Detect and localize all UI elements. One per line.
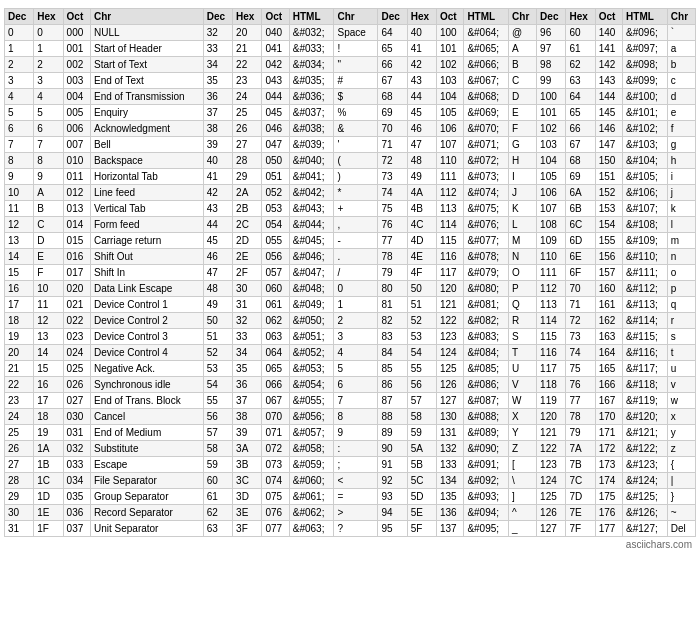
cell-s2-4: 45: [203, 233, 232, 249]
cell-s3-9: 73: [378, 169, 407, 185]
cell-s3-12: &#088;: [464, 409, 509, 425]
cell-s1-2: 007: [63, 137, 90, 153]
cell-s1-2: 001: [63, 41, 90, 57]
cell-s2-7: &#059;: [289, 457, 334, 473]
col-dec-3: Dec: [378, 9, 407, 25]
cell-s3-10: 5D: [407, 489, 436, 505]
cell-s4-16: 154: [595, 217, 622, 233]
col-chr-4: Chr: [667, 9, 695, 25]
cell-s1-1: 7: [34, 137, 63, 153]
cell-s4-18: a: [667, 41, 695, 57]
cell-s1-0: 24: [5, 409, 34, 425]
cell-s4-15: 79: [566, 425, 595, 441]
cell-s1-3: NULL: [90, 25, 203, 41]
cell-s4-15: 77: [566, 393, 595, 409]
cell-s3-13: S: [509, 329, 537, 345]
cell-s3-10: 51: [407, 297, 436, 313]
cell-s2-5: 22: [233, 57, 262, 73]
cell-s4-14: 109: [537, 233, 566, 249]
cell-s4-18: o: [667, 265, 695, 281]
cell-s2-7: &#048;: [289, 281, 334, 297]
cell-s2-4: 40: [203, 153, 232, 169]
cell-s4-18: l: [667, 217, 695, 233]
cell-s3-12: &#075;: [464, 201, 509, 217]
cell-s2-7: &#053;: [289, 361, 334, 377]
cell-s3-9: 80: [378, 281, 407, 297]
cell-s4-18: m: [667, 233, 695, 249]
cell-s1-3: Substitute: [90, 441, 203, 457]
cell-s2-6: 054: [262, 217, 289, 233]
cell-s2-6: 066: [262, 377, 289, 393]
cell-s1-2: 010: [63, 153, 90, 169]
cell-s3-10: 44: [407, 89, 436, 105]
cell-s2-7: &#052;: [289, 345, 334, 361]
cell-s4-18: i: [667, 169, 695, 185]
cell-s1-3: Enquiry: [90, 105, 203, 121]
cell-s2-8: $: [334, 89, 378, 105]
cell-s2-4: 61: [203, 489, 232, 505]
cell-s1-3: Shift In: [90, 265, 203, 281]
cell-s4-17: &#105;: [623, 169, 668, 185]
cell-s3-13: @: [509, 25, 537, 41]
cell-s4-14: 98: [537, 57, 566, 73]
cell-s4-18: x: [667, 409, 695, 425]
cell-s2-4: 48: [203, 281, 232, 297]
cell-s4-16: 165: [595, 361, 622, 377]
cell-s4-17: &#121;: [623, 425, 668, 441]
cell-s4-17: &#103;: [623, 137, 668, 153]
cell-s1-0: 6: [5, 121, 34, 137]
cell-s1-2: 016: [63, 249, 90, 265]
cell-s4-15: 64: [566, 89, 595, 105]
cell-s1-3: Record Separator: [90, 505, 203, 521]
cell-s2-7: &#060;: [289, 473, 334, 489]
cell-s3-10: 42: [407, 57, 436, 73]
col-html-4: HTML: [623, 9, 668, 25]
cell-s3-12: &#082;: [464, 313, 509, 329]
cell-s1-0: 18: [5, 313, 34, 329]
cell-s2-5: 3B: [233, 457, 262, 473]
cell-s2-8: :: [334, 441, 378, 457]
cell-s2-8: (: [334, 153, 378, 169]
cell-s4-14: 122: [537, 441, 566, 457]
cell-s4-14: 112: [537, 281, 566, 297]
cell-s2-8: +: [334, 201, 378, 217]
ascii-table: Dec Hex Oct Chr Dec Hex Oct HTML Chr Dec…: [4, 8, 696, 537]
table-row: 11B013Vertical Tab432B053&#043;+754B113&…: [5, 201, 696, 217]
cell-s4-17: &#125;: [623, 489, 668, 505]
cell-s2-4: 33: [203, 41, 232, 57]
cell-s1-3: End of Transmission: [90, 89, 203, 105]
cell-s1-3: Line feed: [90, 185, 203, 201]
cell-s4-15: 66: [566, 121, 595, 137]
table-row: 13D015Carriage return452D055&#045;-774D1…: [5, 233, 696, 249]
cell-s2-5: 23: [233, 73, 262, 89]
cell-s3-12: &#071;: [464, 137, 509, 153]
cell-s3-12: &#070;: [464, 121, 509, 137]
cell-s4-15: 63: [566, 73, 595, 89]
cell-s1-0: 31: [5, 521, 34, 537]
cell-s1-3: Shift Out: [90, 249, 203, 265]
cell-s3-10: 4D: [407, 233, 436, 249]
cell-s1-1: C: [34, 217, 63, 233]
cell-s4-15: 75: [566, 361, 595, 377]
cell-s1-1: B: [34, 201, 63, 217]
cell-s3-9: 79: [378, 265, 407, 281]
cell-s4-17: &#100;: [623, 89, 668, 105]
cell-s2-6: 075: [262, 489, 289, 505]
cell-s2-6: 047: [262, 137, 289, 153]
table-row: 261A032Substitute583A072&#058;:905A132&#…: [5, 441, 696, 457]
cell-s2-7: &#038;: [289, 121, 334, 137]
cell-s4-14: 106: [537, 185, 566, 201]
cell-s2-6: 055: [262, 233, 289, 249]
cell-s1-1: 3: [34, 73, 63, 89]
cell-s4-16: 166: [595, 377, 622, 393]
cell-s4-15: 6C: [566, 217, 595, 233]
cell-s4-17: &#112;: [623, 281, 668, 297]
cell-s1-1: E: [34, 249, 63, 265]
cell-s2-6: 064: [262, 345, 289, 361]
cell-s1-1: 2: [34, 57, 63, 73]
col-dec-2: Dec: [203, 9, 232, 25]
cell-s2-5: 3F: [233, 521, 262, 537]
cell-s4-14: 118: [537, 377, 566, 393]
table-row: 11001Start of Header3321041&#033;!654110…: [5, 41, 696, 57]
col-hex-3: Hex: [407, 9, 436, 25]
